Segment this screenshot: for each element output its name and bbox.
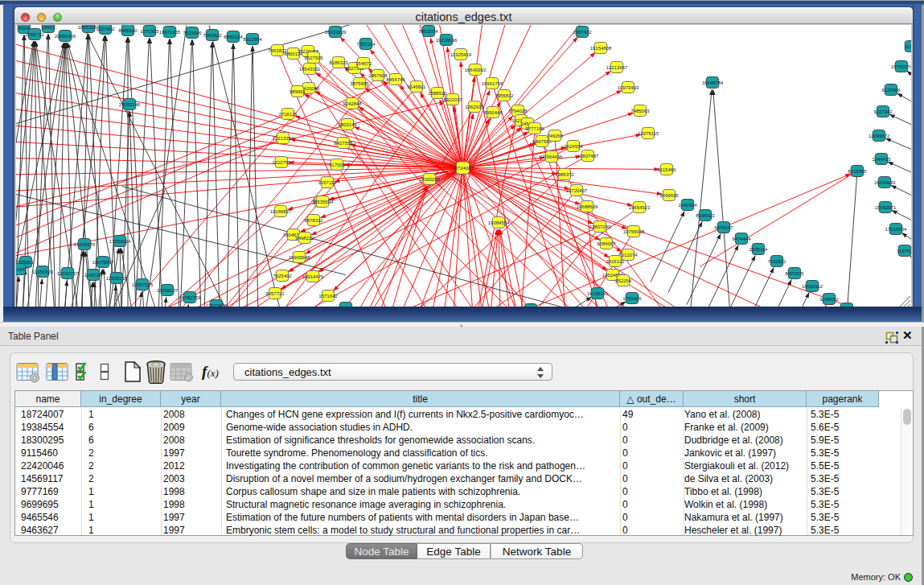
svg-text:7955812: 7955812 [495, 93, 514, 97]
svg-text:19654923: 19654923 [629, 204, 651, 209]
svg-text:9699695: 9699695 [659, 192, 679, 197]
svg-text:9245652: 9245652 [819, 296, 839, 301]
svg-text:1640954: 1640954 [678, 202, 697, 207]
svg-text:2055712: 2055712 [25, 31, 44, 36]
svg-text:16640910: 16640910 [465, 67, 487, 72]
svg-text:17957275: 17957275 [132, 282, 154, 286]
svg-text:914503: 914503 [338, 305, 355, 307]
svg-text:12213967: 12213967 [606, 64, 628, 69]
svg-text:10958107: 10958107 [157, 287, 179, 292]
svg-text:3875685: 3875685 [350, 80, 369, 85]
svg-text:2935114: 2935114 [749, 246, 769, 251]
svg-text:252254: 252254 [615, 278, 632, 282]
svg-text:12923466: 12923466 [206, 303, 228, 307]
svg-text:17016504: 17016504 [885, 226, 907, 231]
svg-text:8215955: 8215955 [848, 168, 867, 173]
svg-text:12975115: 12975115 [638, 130, 659, 135]
svg-text:746266: 746266 [547, 133, 564, 138]
svg-text:9474444: 9474444 [732, 236, 751, 241]
svg-text:9777169: 9777169 [525, 126, 544, 130]
svg-text:15751074: 15751074 [891, 64, 911, 68]
svg-text:12342737: 12342737 [57, 270, 79, 275]
svg-text:7986372: 7986372 [555, 171, 574, 176]
svg-text:7515546: 7515546 [183, 30, 202, 35]
svg-text:16154808: 16154808 [590, 45, 612, 50]
svg-text:1071915: 1071915 [140, 28, 159, 33]
svg-text:6879197: 6879197 [714, 225, 733, 229]
svg-text:9242848: 9242848 [343, 101, 362, 105]
svg-text:1615132: 1615132 [606, 258, 625, 263]
svg-text:(x): (x) [207, 367, 219, 379]
svg-text:8454749: 8454749 [386, 76, 405, 81]
svg-text:7663822: 7663822 [203, 32, 222, 37]
svg-text:2718126: 2718126 [278, 111, 298, 116]
svg-text:20364436: 20364436 [541, 154, 563, 159]
svg-text:14136141: 14136141 [587, 290, 609, 295]
svg-text:17359924: 17359924 [109, 238, 131, 243]
svg-text:6794028: 6794028 [508, 108, 528, 113]
svg-text:9227342: 9227342 [873, 109, 893, 113]
svg-text:16909948: 16909948 [289, 254, 310, 259]
svg-text:10688609: 10688609 [577, 204, 598, 208]
svg-text:10973493: 10973493 [618, 84, 639, 89]
svg-text:1571642: 1571642 [318, 293, 338, 298]
svg-text:19218596: 19218596 [436, 37, 458, 42]
svg-text:16961758: 16961758 [482, 80, 503, 85]
svg-text:1733426: 1733426 [622, 295, 642, 300]
svg-text:154672: 154672 [355, 60, 372, 65]
svg-text:891547: 891547 [16, 266, 28, 271]
svg-text:1145194: 1145194 [84, 272, 104, 277]
svg-text:12213359: 12213359 [273, 135, 294, 140]
svg-text:9457721: 9457721 [265, 290, 285, 295]
svg-text:417006: 417006 [329, 162, 346, 167]
svg-text:16782759: 16782759 [179, 295, 201, 299]
svg-text:8186323: 8186323 [329, 60, 348, 64]
svg-text:7632621: 7632621 [767, 258, 786, 263]
svg-text:16210643: 16210643 [874, 179, 896, 184]
svg-text:8938923: 8938923 [696, 212, 715, 217]
svg-text:18300295: 18300295 [419, 176, 441, 181]
svg-text:1527602: 1527602 [96, 26, 115, 31]
svg-text:15720407: 15720407 [566, 187, 588, 192]
svg-text:12093872: 12093872 [869, 133, 890, 138]
svg-text:9129966: 9129966 [881, 87, 901, 92]
svg-text:29053346: 29053346 [119, 101, 141, 106]
svg-text:8466160: 8466160 [118, 27, 138, 32]
svg-text:8860124: 8860124 [224, 34, 243, 39]
svg-text:1362615: 1362615 [465, 104, 484, 109]
svg-text:11123: 11123 [905, 43, 911, 48]
svg-text:8912954: 8912954 [243, 36, 262, 41]
svg-text:3624554: 3624554 [564, 143, 583, 148]
svg-text:9115460: 9115460 [658, 167, 677, 171]
svg-text:8990448: 8990448 [483, 109, 503, 114]
svg-text:2803144: 2803144 [338, 122, 357, 126]
svg-text:8813034: 8813034 [419, 28, 438, 33]
svg-text:10756928: 10756928 [623, 229, 645, 233]
svg-text:9498222: 9498222 [295, 235, 314, 240]
svg-text:8471676: 8471676 [785, 270, 804, 275]
svg-text:7485063: 7485063 [630, 108, 650, 113]
svg-text:10807487: 10807487 [577, 153, 599, 158]
svg-text:11156829: 11156829 [32, 269, 53, 274]
svg-text:989961: 989961 [290, 89, 306, 93]
svg-text:10975867: 10975867 [92, 259, 114, 264]
svg-text:16671355: 16671355 [159, 29, 181, 34]
svg-text:2087662: 2087662 [573, 29, 592, 34]
svg-text:8322037: 8322037 [443, 97, 462, 101]
svg-text:18724007: 18724007 [452, 164, 474, 170]
svg-text:2867608: 2867608 [368, 72, 388, 77]
svg-text:9527505: 9527505 [304, 55, 323, 60]
svg-text:8878332: 8878332 [304, 217, 323, 222]
svg-text:9084067: 9084067 [597, 241, 616, 245]
svg-text:1244415: 1244415 [872, 156, 891, 161]
svg-text:8304: 8304 [18, 25, 30, 30]
svg-text:1588520: 1588520 [428, 90, 447, 95]
svg-text:1012074: 1012074 [618, 252, 638, 257]
svg-text:8427552: 8427552 [334, 140, 353, 145]
svg-text:19384554: 19384554 [488, 220, 510, 225]
svg-text:16648784: 16648784 [702, 80, 724, 84]
svg-text:13535594: 13535594 [312, 199, 334, 204]
svg-text:16033809: 16033809 [325, 29, 347, 34]
svg-text:7357224: 7357224 [356, 41, 376, 46]
svg-text:16543392: 16543392 [299, 66, 321, 71]
